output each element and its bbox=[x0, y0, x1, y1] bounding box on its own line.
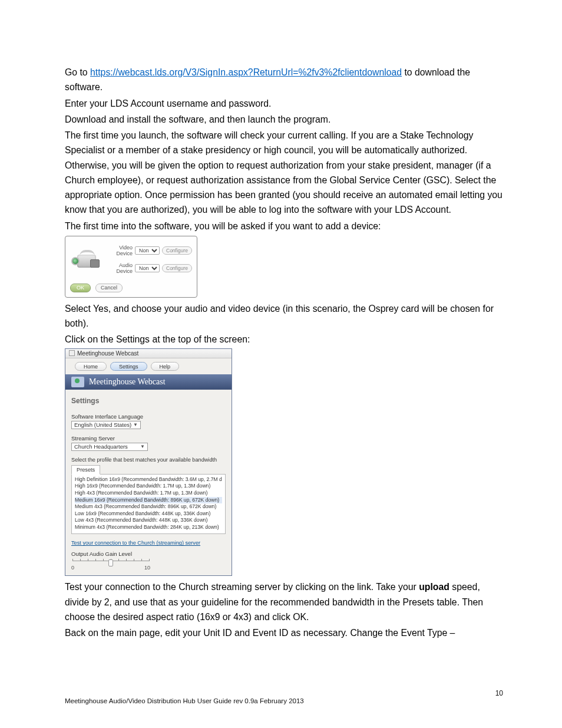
video-device-select[interactable]: None bbox=[135, 246, 160, 255]
audio-device-select[interactable]: None bbox=[135, 264, 160, 272]
language-select[interactable]: English (United States) ▼ bbox=[71, 421, 141, 429]
server-select[interactable]: Church Headquarters ▼ bbox=[71, 443, 148, 451]
tab-home[interactable]: Home bbox=[75, 362, 107, 371]
footer-text: Meetinghouse Audio/Video Distribution Hu… bbox=[65, 697, 304, 704]
ok-button[interactable]: OK bbox=[70, 284, 91, 292]
paragraph-5: The first time into the software, you wi… bbox=[65, 219, 503, 233]
preset-option[interactable]: Medium 4x3 (Recommended Bandwidth: 896K … bbox=[75, 503, 222, 510]
audio-configure-button[interactable]: Configure bbox=[162, 264, 192, 272]
app-icon bbox=[69, 350, 75, 356]
paragraph-3: Download and install the software, and t… bbox=[65, 112, 503, 127]
camcorder-icon bbox=[69, 240, 101, 282]
p8-bold: upload bbox=[419, 582, 449, 592]
download-link[interactable]: https://webcast.lds.org/V3/SignIn.aspx?R… bbox=[90, 67, 402, 77]
gain-min: 0 bbox=[71, 565, 74, 571]
profile-description: Select the profile that best matches you… bbox=[71, 457, 226, 463]
server-label: Streaming Server bbox=[71, 435, 226, 442]
banner-title: Meetinghouse Webcast bbox=[89, 377, 166, 387]
preset-option[interactable]: Low 16x9 (Recommended Bandwidth: 448K up… bbox=[75, 510, 222, 518]
banner-icon bbox=[71, 377, 84, 387]
video-configure-button[interactable]: Configure bbox=[162, 246, 192, 255]
server-value: Church Headquarters bbox=[74, 443, 128, 450]
document-body-3: Test your connection to the Church strea… bbox=[65, 579, 503, 640]
preset-option[interactable]: High 16x9 (Recommended Bandwidth: 1.7M u… bbox=[75, 483, 222, 490]
tab-settings[interactable]: Settings bbox=[110, 362, 147, 371]
tab-help[interactable]: Help bbox=[151, 362, 180, 371]
p1-pre: Go to bbox=[65, 67, 90, 77]
add-device-dialog: Video Device None Configure Audio Device… bbox=[65, 236, 197, 298]
language-value: English (United States) bbox=[74, 421, 131, 428]
page-footer: Meetinghouse Audio/Video Distribution Hu… bbox=[65, 696, 503, 704]
window-titlebar: Meetinghouse Webcast bbox=[65, 349, 232, 358]
gain-label: Output Audio Gain Level bbox=[71, 551, 226, 557]
window-title: Meetinghouse Webcast bbox=[77, 350, 138, 357]
paragraph-7: Click on the Settings at the top of the … bbox=[65, 332, 503, 347]
cancel-button[interactable]: Cancel bbox=[95, 284, 123, 292]
presets-tab[interactable]: Presets bbox=[71, 465, 100, 475]
page-number: 10 bbox=[495, 689, 503, 697]
gain-slider-thumb[interactable] bbox=[108, 559, 113, 566]
preset-option[interactable]: Minimum 4x3 (Recommended Bandwidth: 284K… bbox=[75, 524, 222, 531]
video-device-label: Video Device bbox=[102, 245, 133, 256]
preset-option[interactable]: High 4x3 (Recommended Bandwidth: 1.7M up… bbox=[75, 490, 222, 497]
chevron-down-icon: ▼ bbox=[140, 444, 145, 449]
preset-option[interactable]: Medium 16x9 (Recommended Bandwidth: 896K… bbox=[75, 497, 222, 504]
test-connection-link[interactable]: Test your connection to the Church (stre… bbox=[71, 540, 200, 546]
preset-option[interactable]: Low 4x3 (Recommended Bandwidth: 448K up,… bbox=[75, 517, 222, 524]
language-label: Software Interface Language bbox=[71, 413, 226, 420]
paragraph-2: Enter your LDS Account username and pass… bbox=[65, 96, 503, 111]
gain-slider[interactable] bbox=[72, 561, 149, 561]
paragraph-8: Test your connection to the Church strea… bbox=[65, 579, 503, 624]
settings-window: Meetinghouse Webcast Home Settings Help … bbox=[65, 348, 232, 577]
settings-heading: Settings bbox=[71, 397, 226, 405]
gain-max: 10 bbox=[144, 565, 150, 571]
chevron-down-icon: ▼ bbox=[133, 422, 138, 427]
document-body-2: Select Yes, and choose your audio and vi… bbox=[65, 301, 503, 347]
presets-list[interactable]: High Definition 16x9 (Recommended Bandwi… bbox=[71, 474, 226, 535]
p8-pre: Test your connection to the Church strea… bbox=[65, 582, 419, 592]
paragraph-6: Select Yes, and choose your audio and vi… bbox=[65, 301, 503, 331]
audio-device-label: Audio Device bbox=[102, 262, 133, 274]
paragraph-9: Back on the main page, edit your Unit ID… bbox=[65, 625, 503, 640]
app-banner: Meetinghouse Webcast bbox=[65, 374, 232, 390]
preset-option[interactable]: High Definition 16x9 (Recommended Bandwi… bbox=[75, 476, 222, 483]
paragraph-4: The first time you launch, the software … bbox=[65, 128, 503, 218]
document-body: Go to https://webcast.lds.org/V3/SignIn.… bbox=[65, 65, 503, 233]
paragraph-1: Go to https://webcast.lds.org/V3/SignIn.… bbox=[65, 65, 503, 95]
